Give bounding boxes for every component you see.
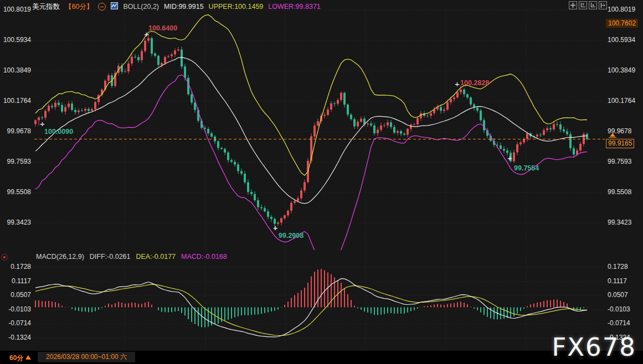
chart-toolbar (569, 1, 607, 9)
boll-upper-value: UPPER:100.1459 (209, 3, 264, 11)
macd-header: MACD(26,12,9) DIFF:-0.0261 DEA:-0.0177 M… (36, 253, 227, 261)
period-label[interactable]: 【60分】 (65, 2, 93, 12)
macd-dea-value: DEA:-0.0177 (136, 253, 176, 261)
macd-title: MACD(26,12,9) (36, 253, 84, 261)
chart-app: 100.8019100.8019100.5934100.5934100.3849… (0, 0, 643, 364)
chart-canvas[interactable] (0, 0, 643, 364)
candle-datetime-box: 2026/03/28 00:00~01:00 六 (38, 352, 135, 362)
boll-label: BOLL(20,2) (123, 3, 159, 11)
current-price-badge: 99.9165 (606, 139, 634, 148)
goto-latest-icon[interactable] (599, 1, 607, 9)
timeframe-label[interactable]: 60分 (9, 353, 23, 363)
boll-lower-value: LOWER:99.8371 (268, 3, 321, 11)
symbol-title: 美元指数 (32, 2, 60, 12)
macd-macd-value: MACD:-0.0168 (181, 253, 227, 261)
scale-right-icon[interactable] (589, 1, 597, 9)
period-up-arrow-icon[interactable] (25, 355, 31, 360)
watermark: FX678 (552, 332, 636, 362)
kline-icon (111, 2, 118, 11)
boll-mid-value: MID:99.9915 (164, 3, 204, 11)
pan-icon[interactable] (569, 1, 577, 9)
session-high-badge: 100.7602 (606, 19, 638, 28)
collapse-minus-icon[interactable] (98, 3, 106, 11)
price-up-arrow-base (609, 137, 616, 138)
macd-crosshair-icon[interactable] (1, 254, 8, 261)
header-bar: 美元指数 【60分】 BOLL(20,2) MID:99.9915 UPPER:… (32, 2, 321, 11)
price-up-arrow-icon (610, 133, 615, 137)
bottom-bar: 60分 2026/03/28 00:00~01:00 六 (0, 351, 643, 364)
macd-diff-value: DIFF:-0.0261 (90, 253, 131, 261)
scale-left-icon[interactable] (579, 1, 587, 9)
